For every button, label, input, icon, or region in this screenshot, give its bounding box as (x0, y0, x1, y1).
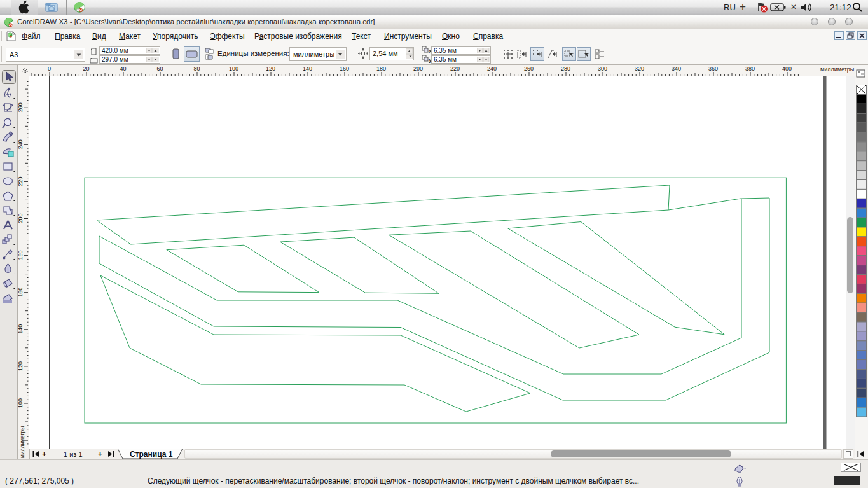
svg-text:40: 40 (120, 66, 126, 72)
svg-text:400: 400 (782, 66, 792, 72)
svg-text:0: 0 (48, 66, 51, 72)
svg-text:280: 280 (561, 66, 570, 72)
svg-text:220: 220 (450, 66, 460, 72)
svg-text:140: 140 (18, 324, 24, 334)
svg-text:240: 240 (18, 139, 24, 149)
svg-text:260: 260 (524, 66, 534, 72)
svg-text:380: 380 (745, 66, 755, 72)
svg-text:180: 180 (376, 66, 386, 72)
svg-text:360: 360 (708, 66, 718, 72)
svg-text:100: 100 (229, 66, 238, 72)
svg-text:160: 160 (18, 288, 24, 297)
svg-text:340: 340 (672, 66, 681, 72)
svg-text:80: 80 (193, 66, 200, 72)
svg-text:320: 320 (635, 66, 644, 72)
svg-text:100: 100 (18, 398, 24, 408)
svg-text:300: 300 (598, 66, 607, 72)
svg-text:120: 120 (266, 66, 275, 72)
svg-text:240: 240 (487, 66, 497, 72)
svg-text:60: 60 (156, 66, 163, 72)
svg-text:20: 20 (83, 66, 89, 72)
svg-text:160: 160 (340, 66, 349, 72)
svg-text:180: 180 (18, 251, 24, 260)
svg-text:260: 260 (18, 102, 24, 112)
svg-text:120: 120 (18, 361, 24, 371)
svg-text:200: 200 (413, 66, 423, 72)
svg-text:миллиметры: миллиметры (820, 66, 854, 73)
svg-text:200: 200 (18, 213, 24, 223)
svg-text:140: 140 (303, 66, 312, 72)
svg-text:220: 220 (18, 176, 24, 186)
